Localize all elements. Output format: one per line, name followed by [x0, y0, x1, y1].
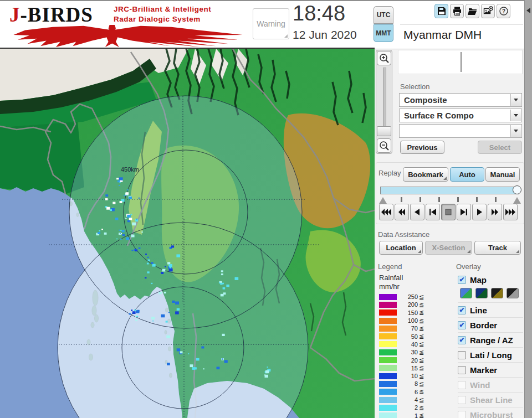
- data-assistance-label: Data Assistance: [378, 230, 429, 239]
- zoom-slider-track[interactable]: [383, 68, 386, 127]
- selection-label: Selection: [400, 82, 429, 91]
- open-folder-button[interactable]: [466, 4, 479, 18]
- slider-tick: [495, 197, 497, 202]
- legend-row: 2≦: [379, 404, 432, 411]
- legend-swatch: [379, 333, 397, 339]
- checkbox-disabled-icon: [458, 411, 466, 418]
- previous-button[interactable]: Previous: [400, 141, 444, 154]
- manual-button[interactable]: Manual: [485, 167, 520, 182]
- selection-dropdown-2-value: Surface R Compo: [404, 111, 474, 120]
- listbox-divider: [461, 52, 462, 72]
- map-style-thumbnail-3[interactable]: [491, 288, 503, 298]
- play-forward-button[interactable]: [472, 204, 487, 220]
- svg-text:?: ?: [502, 8, 505, 14]
- add-image-button[interactable]: [481, 4, 495, 18]
- checkbox-checked-icon[interactable]: ✔: [458, 336, 466, 344]
- map-style-thumbnail-4[interactable]: [507, 288, 519, 298]
- checkbox-checked-icon[interactable]: ✔: [458, 276, 466, 284]
- header-divider: [400, 24, 523, 24]
- legend-swatch: [379, 309, 397, 316]
- fast-forward-2-button[interactable]: [488, 204, 502, 220]
- overlay-item-lati-long[interactable]: Lati / Long: [458, 347, 523, 362]
- dropdown-arrow-button[interactable]: [510, 125, 521, 137]
- timezone-toggle: UTC MMT: [374, 6, 393, 43]
- selection-dropdown-1-value: Composite: [404, 95, 447, 105]
- legend-row: 10≦: [379, 372, 432, 380]
- legend-row: 8≦: [379, 380, 432, 388]
- checkbox-unchecked-icon[interactable]: [458, 351, 466, 359]
- step-backward-button[interactable]: [426, 204, 440, 220]
- overlay-item-line[interactable]: ✔ Line: [458, 302, 523, 317]
- dropdown-arrow-button[interactable]: [510, 94, 521, 106]
- map-style-thumbnail-1[interactable]: [460, 288, 472, 298]
- legend-row: 20≦: [379, 356, 432, 364]
- replay-range-end-marker[interactable]: [513, 197, 521, 204]
- checkbox-disabled-icon: [458, 381, 466, 389]
- mmt-button[interactable]: MMT: [374, 24, 393, 42]
- play-backward-button[interactable]: [410, 204, 424, 220]
- legend-swatch: [379, 349, 397, 355]
- panel-collapse-strip[interactable]: [524, 0, 532, 418]
- play-forward-icon: [474, 208, 484, 216]
- select-button[interactable]: Select: [478, 141, 522, 154]
- step-forward-button[interactable]: [457, 204, 471, 220]
- chevron-down-icon: [514, 114, 518, 117]
- selection-dropdown-2[interactable]: Surface R Compo: [399, 109, 522, 122]
- overlay-item-border[interactable]: ✔ Border: [458, 317, 523, 332]
- legend-row: 70≦: [379, 324, 432, 332]
- legend-row: 15≦: [379, 364, 432, 372]
- selection-dropdown-3[interactable]: [399, 124, 522, 138]
- location-button[interactable]: Location: [379, 241, 423, 255]
- slider-tick: [401, 197, 402, 202]
- zoom-out-button[interactable]: [377, 138, 391, 153]
- legend-label: Legend: [378, 262, 402, 271]
- slider-tick: [438, 197, 440, 202]
- legend-row: 6≦: [379, 388, 432, 396]
- range-ring-label: 450km: [121, 166, 139, 173]
- xsection-button[interactable]: X-Section: [425, 241, 472, 255]
- selection-dropdown-1[interactable]: Composite: [399, 93, 522, 107]
- radar-map[interactable]: 450km: [0, 48, 375, 418]
- help-button[interactable]: ?: [497, 4, 510, 18]
- jbirds-application: J-BIRDS JRC-Brilliant & Intelligent Rada…: [0, 0, 532, 418]
- track-button[interactable]: Track: [474, 241, 521, 255]
- legend-row: 100≦: [379, 317, 432, 324]
- save-button[interactable]: [434, 4, 448, 18]
- step-backward-icon: [428, 208, 438, 216]
- fast-rewind-2-button[interactable]: [395, 204, 409, 220]
- zoom-slider-thumb[interactable]: [377, 126, 391, 136]
- legend-row: 1≦: [379, 411, 432, 418]
- eagle-icon: [7, 24, 249, 48]
- collapse-arrow-icon: [526, 8, 530, 13]
- checkbox-checked-icon[interactable]: ✔: [458, 306, 466, 314]
- print-icon: [452, 6, 462, 16]
- replay-slider-track[interactable]: [380, 187, 519, 194]
- product-listbox[interactable]: [398, 50, 523, 74]
- overlay-label: Overlay: [456, 262, 481, 271]
- auto-button[interactable]: Auto: [450, 167, 484, 182]
- warning-button[interactable]: Warning: [253, 8, 289, 39]
- folder-icon: [468, 6, 478, 16]
- checkbox-checked-icon[interactable]: ✔: [458, 321, 466, 329]
- overlay-item-marker[interactable]: Marker: [458, 362, 523, 377]
- fast-rewind-3-button[interactable]: [379, 204, 393, 220]
- overlay-item-wind: Wind: [458, 377, 523, 392]
- stop-button[interactable]: [441, 204, 456, 220]
- replay-slider-handle[interactable]: [513, 185, 521, 194]
- dropdown-arrow-button[interactable]: [510, 110, 521, 121]
- logo-subtitle-2: Radar Dialogic System: [114, 15, 201, 23]
- help-icon: ?: [499, 6, 509, 16]
- replay-range-start-marker[interactable]: [379, 197, 387, 204]
- overlay-item-map[interactable]: ✔ Map: [458, 273, 523, 286]
- checkbox-unchecked-icon[interactable]: [458, 366, 466, 374]
- legend-row: 200≦: [379, 301, 432, 308]
- print-button[interactable]: [450, 4, 464, 18]
- zoom-in-button[interactable]: [377, 51, 391, 65]
- utc-button[interactable]: UTC: [374, 6, 393, 24]
- fast-forward-3-button[interactable]: [503, 204, 518, 220]
- bookmark-button[interactable]: Bookmark: [403, 167, 448, 182]
- overlay-item-range-az[interactable]: ✔ Range / AZ: [458, 332, 523, 347]
- zoom-out-icon: [378, 140, 390, 151]
- map-style-thumbnail-2[interactable]: [475, 288, 488, 298]
- overlay-item-shear-line: Shear Line: [458, 392, 523, 407]
